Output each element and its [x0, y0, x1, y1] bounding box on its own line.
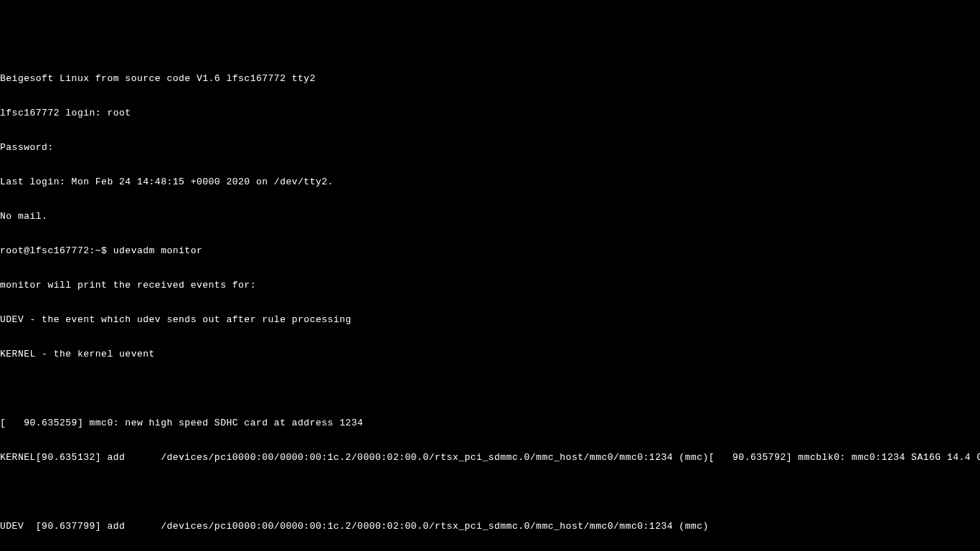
terminal-line: [0, 383, 980, 395]
terminal-line: Beigesoft Linux from source code V1.6 lf…: [0, 73, 980, 85]
terminal-output[interactable]: Beigesoft Linux from source code V1.6 lf…: [0, 50, 980, 551]
terminal-line: UDEV - the event which udev sends out af…: [0, 314, 980, 326]
terminal-line: root@lfsc167772:~$ udevadm monitor: [0, 245, 980, 257]
terminal-line: lfsc167772 login: root: [0, 108, 980, 119]
terminal-line: UDEV [90.637799] add /devices/pci0000:00…: [0, 521, 980, 532]
terminal-line: Last login: Mon Feb 24 14:48:15 +0000 20…: [0, 176, 980, 188]
terminal-line: Password:: [0, 142, 980, 154]
terminal-line: [0, 486, 980, 498]
terminal-line: No mail.: [0, 211, 980, 222]
terminal-line: monitor will print the received events f…: [0, 280, 980, 291]
terminal-line: KERNEL - the kernel uevent: [0, 349, 980, 360]
terminal-line: [ 90.635259] mmc0: new high speed SDHC c…: [0, 418, 980, 429]
terminal-line: KERNEL[90.635132] add /devices/pci0000:0…: [0, 452, 980, 463]
